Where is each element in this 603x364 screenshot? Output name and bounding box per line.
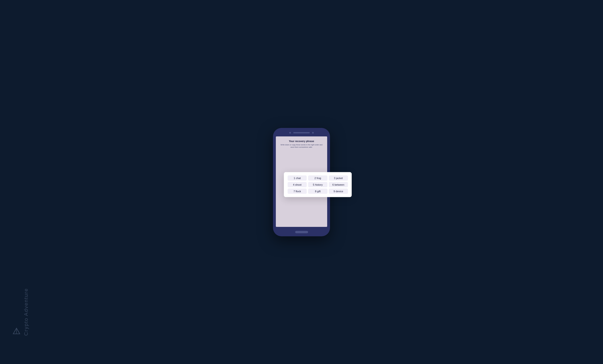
phrase-word-2: 2 frog [308,175,327,180]
screen-title: Your recovery phrase [279,140,324,142]
phrase-word-1: 1 chat [288,175,307,180]
phone-bottom [295,228,308,236]
watermark: Crypto Adventure [12,288,29,336]
screen-subtitle: Write down or copy these words in the ri… [279,144,324,149]
phrase-word-7: 7 flock [288,188,307,194]
phrase-grid: 1 chat2 frog3 jacket4 shoot5 history6 be… [288,175,348,194]
phrase-word-9: 9 device [329,188,348,194]
watermark-label: Crypto Adventure [23,288,29,336]
phone-speaker [293,132,310,133]
phrase-word-3: 3 jacket [329,175,348,180]
phrase-word-4: 4 shoot [288,182,307,187]
phrase-word-8: 8 gift [308,188,327,194]
phone-dot-left [289,132,291,134]
crypto-adventure-logo-icon [12,327,21,336]
phone-top-bar [273,128,330,135]
phone-scene: Your recovery phrase Write down or copy … [273,128,330,236]
screen-header: Your recovery phrase Write down or copy … [276,136,327,151]
recovery-phrase-card: 1 chat2 frog3 jacket4 shoot5 history6 be… [284,172,352,197]
phone-dot-right [312,132,314,134]
phrase-word-5: 5 history [308,182,327,187]
phone-home-button[interactable] [295,231,308,233]
phrase-word-6: 6 between [329,182,348,187]
